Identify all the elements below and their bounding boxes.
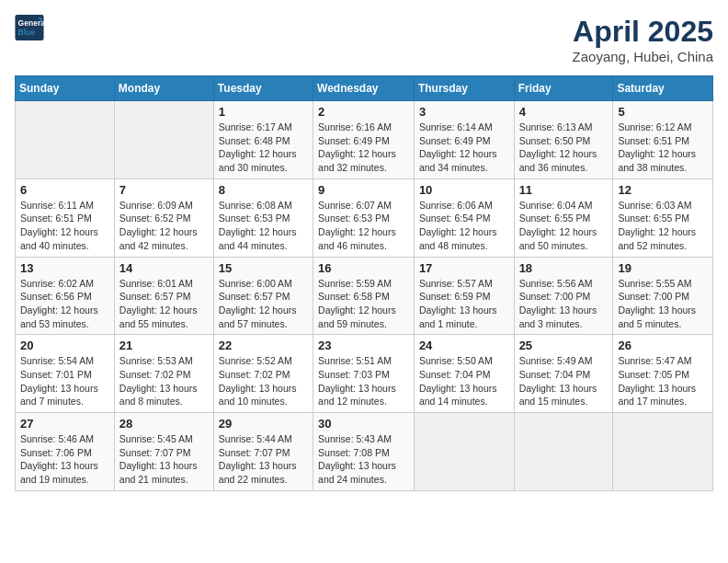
calendar-cell: 21Sunrise: 5:53 AM Sunset: 7:02 PM Dayli… — [114, 335, 213, 413]
day-number: 1 — [219, 105, 308, 119]
cell-info: Sunrise: 6:03 AM Sunset: 6:55 PM Dayligh… — [618, 199, 708, 253]
calendar-cell — [414, 413, 514, 491]
cell-info: Sunrise: 5:59 AM Sunset: 6:58 PM Dayligh… — [318, 277, 409, 331]
cell-info: Sunrise: 5:44 AM Sunset: 7:07 PM Dayligh… — [219, 432, 308, 487]
calendar-cell: 17Sunrise: 5:57 AM Sunset: 6:59 PM Dayli… — [414, 257, 514, 335]
day-number: 18 — [519, 261, 609, 275]
calendar-cell: 27Sunrise: 5:46 AM Sunset: 7:06 PM Dayli… — [16, 413, 115, 491]
day-number: 20 — [20, 339, 109, 352]
day-of-week-header: Monday — [114, 76, 213, 101]
day-number: 10 — [419, 183, 509, 197]
day-number: 16 — [318, 261, 409, 275]
day-number: 12 — [618, 183, 708, 197]
cell-info: Sunrise: 6:00 AM Sunset: 6:57 PM Dayligh… — [219, 277, 308, 331]
calendar-cell — [16, 101, 115, 179]
day-number: 6 — [20, 183, 109, 197]
calendar-cell: 9Sunrise: 6:07 AM Sunset: 6:53 PM Daylig… — [313, 178, 415, 257]
calendar-cell: 8Sunrise: 6:08 AM Sunset: 6:53 PM Daylig… — [213, 178, 313, 257]
subtitle: Zaoyang, Hubei, China — [573, 49, 713, 64]
calendar-cell: 10Sunrise: 6:06 AM Sunset: 6:54 PM Dayli… — [414, 178, 514, 257]
calendar-cell: 28Sunrise: 5:45 AM Sunset: 7:07 PM Dayli… — [114, 413, 213, 491]
logo-icon: General Blue — [15, 15, 44, 40]
day-number: 5 — [618, 105, 708, 119]
calendar-cell: 30Sunrise: 5:43 AM Sunset: 7:08 PM Dayli… — [313, 413, 415, 491]
calendar-cell: 4Sunrise: 6:13 AM Sunset: 6:50 PM Daylig… — [514, 101, 613, 179]
calendar-week-row: 6Sunrise: 6:11 AM Sunset: 6:51 PM Daylig… — [16, 178, 713, 257]
main-title: April 2025 — [573, 15, 713, 49]
day-number: 8 — [219, 183, 308, 197]
calendar-cell: 12Sunrise: 6:03 AM Sunset: 6:55 PM Dayli… — [613, 178, 713, 257]
cell-info: Sunrise: 6:14 AM Sunset: 6:49 PM Dayligh… — [419, 121, 509, 175]
day-of-week-header: Saturday — [613, 76, 713, 101]
day-of-week-header: Sunday — [16, 76, 115, 101]
day-number: 3 — [419, 105, 509, 119]
cell-info: Sunrise: 5:53 AM Sunset: 7:02 PM Dayligh… — [119, 354, 209, 408]
calendar-cell — [114, 101, 213, 179]
svg-text:General: General — [18, 18, 44, 28]
title-area: April 2025 Zaoyang, Hubei, China — [573, 15, 713, 64]
calendar-cell: 18Sunrise: 5:56 AM Sunset: 7:00 PM Dayli… — [514, 257, 613, 335]
day-number: 22 — [219, 339, 308, 352]
cell-info: Sunrise: 6:08 AM Sunset: 6:53 PM Dayligh… — [219, 199, 308, 253]
calendar-week-row: 1Sunrise: 6:17 AM Sunset: 6:48 PM Daylig… — [16, 101, 713, 179]
day-number: 19 — [618, 261, 708, 275]
cell-info: Sunrise: 6:17 AM Sunset: 6:48 PM Dayligh… — [219, 121, 308, 175]
calendar-cell: 11Sunrise: 6:04 AM Sunset: 6:55 PM Dayli… — [514, 178, 613, 257]
cell-info: Sunrise: 6:12 AM Sunset: 6:51 PM Dayligh… — [618, 121, 708, 175]
calendar-body: 1Sunrise: 6:17 AM Sunset: 6:48 PM Daylig… — [16, 101, 713, 491]
calendar-cell: 26Sunrise: 5:47 AM Sunset: 7:05 PM Dayli… — [613, 335, 713, 413]
day-of-week-header: Wednesday — [313, 76, 415, 101]
cell-info: Sunrise: 5:46 AM Sunset: 7:06 PM Dayligh… — [20, 432, 109, 487]
day-number: 25 — [519, 339, 609, 352]
cell-info: Sunrise: 6:16 AM Sunset: 6:49 PM Dayligh… — [318, 121, 409, 175]
day-number: 4 — [519, 105, 609, 119]
calendar-cell: 3Sunrise: 6:14 AM Sunset: 6:49 PM Daylig… — [414, 101, 514, 179]
day-number: 29 — [219, 417, 308, 431]
cell-info: Sunrise: 6:06 AM Sunset: 6:54 PM Dayligh… — [419, 199, 509, 253]
cell-info: Sunrise: 5:57 AM Sunset: 6:59 PM Dayligh… — [419, 277, 509, 331]
day-number: 30 — [318, 417, 409, 431]
calendar-cell: 7Sunrise: 6:09 AM Sunset: 6:52 PM Daylig… — [114, 178, 213, 257]
calendar-cell: 1Sunrise: 6:17 AM Sunset: 6:48 PM Daylig… — [213, 101, 313, 179]
day-number: 28 — [119, 417, 209, 431]
cell-info: Sunrise: 6:02 AM Sunset: 6:56 PM Dayligh… — [20, 277, 109, 331]
cell-info: Sunrise: 6:01 AM Sunset: 6:57 PM Dayligh… — [119, 277, 209, 331]
cell-info: Sunrise: 5:52 AM Sunset: 7:02 PM Dayligh… — [219, 354, 308, 408]
cell-info: Sunrise: 5:43 AM Sunset: 7:08 PM Dayligh… — [318, 432, 409, 487]
day-number: 15 — [219, 261, 308, 275]
cell-info: Sunrise: 5:50 AM Sunset: 7:04 PM Dayligh… — [419, 354, 509, 408]
logo: General Blue — [15, 15, 46, 40]
header-row: SundayMondayTuesdayWednesdayThursdayFrid… — [16, 76, 713, 101]
day-number: 24 — [419, 339, 509, 352]
svg-text:Blue: Blue — [18, 28, 36, 37]
day-number: 23 — [318, 339, 409, 352]
calendar-table: SundayMondayTuesdayWednesdayThursdayFrid… — [15, 75, 713, 491]
day-of-week-header: Friday — [514, 76, 613, 101]
day-number: 26 — [618, 339, 708, 352]
calendar-cell: 5Sunrise: 6:12 AM Sunset: 6:51 PM Daylig… — [613, 101, 713, 179]
cell-info: Sunrise: 5:51 AM Sunset: 7:03 PM Dayligh… — [318, 354, 409, 408]
cell-info: Sunrise: 5:47 AM Sunset: 7:05 PM Dayligh… — [618, 354, 708, 408]
calendar-cell: 20Sunrise: 5:54 AM Sunset: 7:01 PM Dayli… — [16, 335, 115, 413]
calendar-cell — [613, 413, 713, 491]
calendar-cell: 19Sunrise: 5:55 AM Sunset: 7:00 PM Dayli… — [613, 257, 713, 335]
calendar-cell: 13Sunrise: 6:02 AM Sunset: 6:56 PM Dayli… — [16, 257, 115, 335]
calendar-week-row: 13Sunrise: 6:02 AM Sunset: 6:56 PM Dayli… — [16, 257, 713, 335]
calendar-cell: 22Sunrise: 5:52 AM Sunset: 7:02 PM Dayli… — [213, 335, 313, 413]
day-number: 11 — [519, 183, 609, 197]
cell-info: Sunrise: 6:07 AM Sunset: 6:53 PM Dayligh… — [318, 199, 409, 253]
day-number: 2 — [318, 105, 409, 119]
calendar-cell — [514, 413, 613, 491]
calendar-week-row: 20Sunrise: 5:54 AM Sunset: 7:01 PM Dayli… — [16, 335, 713, 413]
calendar-cell: 6Sunrise: 6:11 AM Sunset: 6:51 PM Daylig… — [16, 178, 115, 257]
cell-info: Sunrise: 5:55 AM Sunset: 7:00 PM Dayligh… — [618, 277, 708, 331]
day-number: 9 — [318, 183, 409, 197]
day-number: 14 — [119, 261, 209, 275]
cell-info: Sunrise: 5:56 AM Sunset: 7:00 PM Dayligh… — [519, 277, 609, 331]
cell-info: Sunrise: 5:49 AM Sunset: 7:04 PM Dayligh… — [519, 354, 609, 408]
day-number: 17 — [419, 261, 509, 275]
calendar-cell: 23Sunrise: 5:51 AM Sunset: 7:03 PM Dayli… — [313, 335, 415, 413]
calendar-header: SundayMondayTuesdayWednesdayThursdayFrid… — [16, 76, 713, 101]
calendar-cell: 14Sunrise: 6:01 AM Sunset: 6:57 PM Dayli… — [114, 257, 213, 335]
calendar-cell: 24Sunrise: 5:50 AM Sunset: 7:04 PM Dayli… — [414, 335, 514, 413]
